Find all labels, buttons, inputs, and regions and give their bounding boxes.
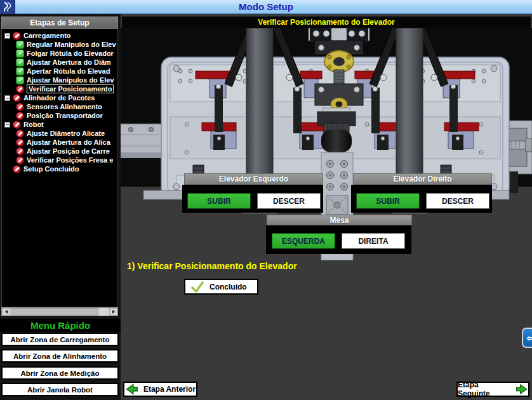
open-measuring-zone-button[interactable]: Abrir Zona de Medição [1, 366, 119, 380]
arrow-right-icon [515, 383, 528, 396]
right-elevator-down-button[interactable]: DESCER [426, 193, 489, 209]
left-elevator-panel: SUBIR DESCER [182, 185, 323, 213]
quick-menu-title: Menu Rápido [30, 320, 90, 331]
scroll-right-icon[interactable] [109, 308, 117, 316]
right-elevator-panel-header: Elevador Direito [353, 173, 492, 185]
pending-icon [16, 85, 24, 93]
tree-item[interactable]: Apertar Rótula do Elevad [2, 67, 117, 76]
step-title-bar: Verificar Posicionamento do Elevador [122, 17, 531, 28]
step-done-button[interactable]: Concluído [184, 279, 258, 295]
tree-item[interactable]: Folgar Rótula do Elevador [2, 49, 117, 58]
done-icon [16, 67, 24, 76]
step-title: Verificar Posicionamento do Elevador [258, 18, 394, 27]
tree-item[interactable]: Sensores Alinhamento [2, 102, 117, 111]
tree-item-carregamento[interactable]: Carregamento [2, 31, 117, 40]
tree-item[interactable]: Ajustar Posição de Carre [2, 147, 117, 156]
mesa-right-button[interactable]: DIREITA [342, 233, 405, 249]
pending-icon [13, 32, 21, 40]
done-icon [16, 41, 24, 49]
quick-menu-header: Menu Rápido [0, 319, 121, 332]
tree-item[interactable]: Ajustar Abertura do Alica [2, 138, 117, 147]
open-alignment-zone-button[interactable]: Abrir Zona de Alinhamento [1, 349, 119, 363]
main-area: Verificar Posicionamento do Elevador [121, 14, 532, 400]
pending-icon [16, 130, 24, 138]
pending-icon [16, 138, 24, 147]
pending-icon [16, 147, 24, 156]
step-instruction: 1) Verificar Posicionamento do Elevador [127, 261, 297, 271]
tree-header-label: Etapas de Setup [30, 18, 89, 27]
sidebar: Etapas de Setup Carregamento Regular Man… [0, 14, 121, 400]
pending-icon [16, 112, 24, 120]
check-icon [190, 281, 204, 293]
pending-icon [13, 94, 21, 102]
tree-item-alinhador[interactable]: Alinhador de Pacotes [2, 93, 117, 102]
mesa-left-button[interactable]: ESQUERDA [272, 233, 335, 249]
tree-item[interactable]: Ajuste Diâmetro Alicate [2, 129, 117, 138]
app-logo-icon [0, 0, 15, 14]
mesa-panel-header: Mesa [267, 215, 412, 225]
pending-icon [16, 103, 24, 111]
scrollbar-thumb[interactable] [11, 308, 98, 316]
open-loading-zone-button[interactable]: Abrir Zona de Carregamento [1, 333, 119, 346]
left-elevator-panel-header: Elevador Esquerdo [184, 173, 323, 185]
pending-icon [16, 156, 24, 164]
tree-item-selected[interactable]: Verificar Posicionamento [2, 84, 117, 93]
pending-icon [13, 165, 21, 173]
expand-icon[interactable] [4, 122, 10, 128]
left-elevator-down-button[interactable]: DESCER [257, 193, 321, 209]
expand-icon[interactable] [4, 95, 10, 101]
title-bar: Modo Setup [0, 0, 532, 14]
right-elevator-up-button[interactable]: SUBIR [356, 193, 420, 209]
right-elevator-panel: SUBIR DESCER [351, 185, 492, 213]
remote-access-icon[interactable]: ⇦ [522, 328, 532, 348]
arrow-left-icon [125, 383, 139, 396]
done-icon [16, 76, 24, 84]
tree-header: Etapas de Setup [1, 17, 118, 29]
window-title: Modo Setup [239, 1, 293, 12]
done-icon [16, 50, 24, 58]
tree-item[interactable]: Ajustar Abertura do Diâm [2, 58, 117, 67]
tree-item[interactable]: Verificar Posições Fresa e [2, 156, 117, 164]
previous-step-button[interactable]: Etapa Anterior [123, 382, 197, 397]
tree-item[interactable]: Posição Transportador [2, 111, 117, 120]
tree-item[interactable]: Regular Manipulos do Elev [2, 40, 117, 49]
tree-item-setup-concluido[interactable]: Setup Concluido [2, 164, 117, 173]
expand-icon[interactable] [4, 33, 10, 39]
left-elevator-up-button[interactable]: SUBIR [187, 193, 251, 209]
tree-item[interactable]: Ajustar Manipulos do Elev [2, 76, 117, 84]
open-robot-window-button[interactable]: Abrir Janela Robot [1, 383, 119, 396]
tree-horizontal-scrollbar[interactable] [1, 307, 118, 316]
done-icon [16, 58, 24, 67]
setup-steps-tree: Carregamento Regular Manipulos do Elev F… [1, 29, 118, 307]
pending-icon [13, 121, 21, 129]
tree-item-robot[interactable]: Robot [2, 120, 117, 129]
next-step-button[interactable]: Etapa Seguinte [456, 382, 529, 397]
scroll-left-icon[interactable] [2, 308, 10, 316]
mesa-panel: ESQUERDA DIREITA [266, 225, 411, 254]
